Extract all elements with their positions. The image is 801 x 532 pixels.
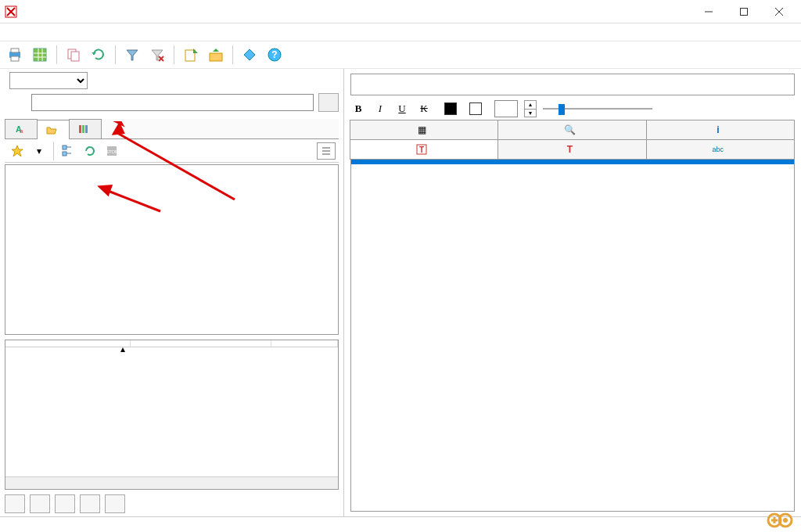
right-tabs: ▦ 🔍 i T T abc — [350, 120, 795, 160]
tab-font-info[interactable]: i — [646, 120, 795, 140]
svg-rect-2 — [740, 8, 747, 15]
text-t-icon: T — [415, 143, 428, 156]
menu-settings[interactable] — [41, 31, 53, 34]
books-icon — [77, 123, 90, 135]
import-icon[interactable] — [181, 45, 201, 65]
menu-help[interactable] — [78, 31, 91, 34]
app-icon — [5, 5, 17, 18]
svg-marker-24 — [244, 49, 255, 60]
dropdown-icon[interactable]: ▾ — [30, 142, 48, 160]
print-icon[interactable] — [5, 45, 25, 65]
list-options-icon[interactable] — [317, 142, 336, 160]
svg-rect-32 — [85, 125, 88, 133]
font-title — [350, 74, 795, 95]
menu-options[interactable] — [28, 31, 41, 34]
col-fontname[interactable]: ▴ — [5, 340, 131, 347]
help-icon[interactable]: ? — [264, 45, 285, 65]
col-example[interactable] — [131, 340, 271, 347]
delete-button[interactable] — [105, 494, 125, 513]
abc-icon: abc — [712, 143, 724, 156]
tab-installed[interactable]: Aa — [5, 119, 38, 138]
svg-marker-21 — [193, 49, 198, 53]
search-icon: 🔍 — [563, 124, 576, 136]
close-button[interactable] — [761, 0, 796, 23]
install-button[interactable] — [5, 494, 25, 513]
tab-font-view[interactable]: T — [350, 139, 498, 160]
svg-point-54 — [783, 518, 788, 523]
col-style[interactable] — [271, 340, 338, 347]
filter-clear-icon[interactable] — [147, 45, 167, 65]
svg-rect-8 — [34, 49, 46, 61]
svg-marker-33 — [12, 146, 23, 156]
tab-charmap-unicode[interactable]: ▦ — [350, 120, 498, 140]
fontsize-select[interactable] — [9, 72, 88, 89]
svg-text:?: ? — [271, 49, 277, 60]
font-list[interactable]: ▴ — [5, 340, 339, 490]
fontsize-slider[interactable] — [543, 102, 652, 116]
set-button[interactable] — [318, 93, 339, 112]
menu-filter[interactable] — [53, 31, 66, 34]
right-panel: B I U K ▴ ▾ ▦ 🔍 i T T abc — [344, 69, 801, 516]
preview-fontsize-input[interactable] — [494, 100, 518, 117]
text-color-swatch[interactable] — [444, 102, 457, 115]
svg-marker-23 — [213, 49, 219, 52]
grid-icon[interactable] — [30, 45, 50, 65]
stop-icon[interactable]: STOP — [102, 142, 121, 160]
uninstall-button[interactable] — [30, 494, 50, 513]
svg-marker-29 — [47, 128, 56, 134]
menu-tools[interactable] — [66, 31, 78, 34]
diamond-icon[interactable] — [239, 45, 260, 65]
star-icon[interactable] — [8, 142, 27, 160]
svg-text:STOP: STOP — [106, 149, 118, 154]
left-subtoolbar: ▾ STOP — [5, 139, 339, 163]
svg-rect-30 — [79, 125, 81, 133]
menu-file[interactable] — [3, 31, 16, 34]
grid-icon: ▦ — [415, 124, 428, 136]
refresh-small-icon[interactable] — [81, 142, 99, 160]
statusbar — [0, 516, 801, 532]
menu-view[interactable] — [16, 31, 28, 34]
svg-marker-15 — [92, 52, 96, 55]
minimize-button[interactable] — [691, 0, 726, 23]
spinner-down[interactable]: ▾ — [525, 109, 536, 117]
format-toolbar: B I U K ▴ ▾ — [350, 100, 795, 117]
maximize-button[interactable] — [726, 0, 761, 23]
load-button[interactable] — [55, 494, 75, 513]
tab-collections[interactable] — [69, 119, 102, 138]
spinner-up[interactable]: ▴ — [525, 101, 536, 109]
copy-icon[interactable] — [63, 45, 84, 65]
tree-icon[interactable] — [59, 142, 77, 160]
main-toolbar: ? — [0, 41, 801, 69]
svg-rect-31 — [82, 125, 84, 133]
svg-marker-16 — [127, 50, 138, 60]
italic-button[interactable]: I — [372, 102, 388, 116]
svg-rect-6 — [11, 49, 19, 52]
watermark — [767, 512, 796, 529]
tab-char-search[interactable]: 🔍 — [497, 120, 646, 140]
titlebar — [0, 0, 801, 23]
menubar — [0, 23, 801, 41]
left-panel: Aa ▾ STOP — [0, 69, 344, 516]
text-t2-icon: T — [563, 143, 576, 156]
folder-open-icon — [45, 124, 58, 136]
export-icon[interactable] — [206, 45, 226, 65]
unload-button[interactable] — [80, 494, 100, 513]
bold-button[interactable]: B — [350, 102, 366, 116]
tab-charmap-ascii[interactable]: abc — [646, 139, 795, 160]
strike-button[interactable]: K — [416, 102, 432, 116]
folder-tree[interactable] — [5, 164, 339, 335]
refresh-icon[interactable] — [88, 45, 109, 65]
hscrollbar[interactable] — [5, 476, 338, 489]
svg-rect-35 — [63, 152, 66, 156]
underline-button[interactable]: U — [394, 102, 410, 116]
sample-text-input[interactable] — [31, 94, 314, 111]
tab-image-studio[interactable]: T — [497, 139, 646, 160]
tab-browse[interactable] — [37, 120, 70, 139]
preview-pane — [350, 159, 795, 512]
filter-icon[interactable] — [122, 45, 142, 65]
bg-color-swatch[interactable] — [469, 102, 482, 115]
preview-body — [351, 164, 794, 174]
svg-rect-14 — [71, 52, 79, 61]
svg-text:T: T — [419, 146, 424, 154]
svg-rect-7 — [11, 56, 19, 61]
